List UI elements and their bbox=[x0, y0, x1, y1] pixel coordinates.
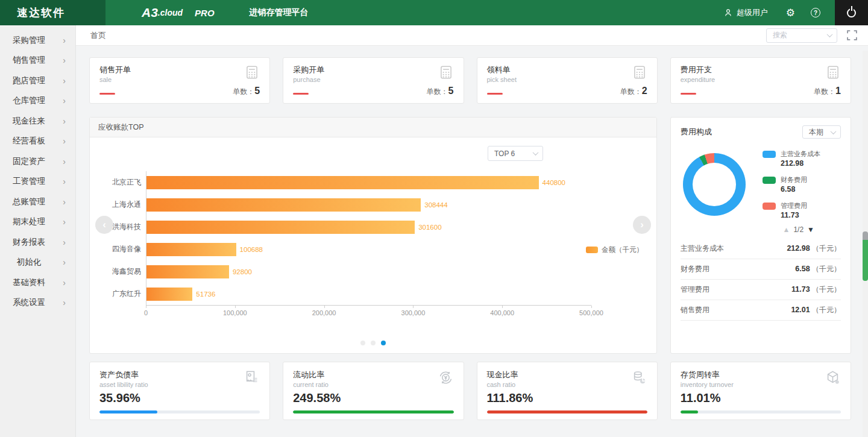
sidebar-item[interactable]: 现金往来› bbox=[0, 111, 75, 131]
sidebar-menu: 采购管理›销售管理›跑店管理›仓库管理›现金往来›经营看板›固定资产›工资管理›… bbox=[0, 25, 76, 437]
bar-category-label: 广东红升 bbox=[95, 289, 141, 299]
chevron-right-icon: › bbox=[63, 298, 66, 307]
period-select[interactable]: 本期 bbox=[802, 125, 841, 139]
legend-label: 金额（千元） bbox=[602, 245, 643, 254]
stat-title: 领料单 bbox=[487, 64, 517, 75]
legend-value: 6.58 bbox=[781, 185, 807, 193]
legend-swatch bbox=[763, 177, 776, 184]
sidebar-item[interactable]: 固定资产› bbox=[0, 151, 75, 172]
pager-down-icon[interactable]: ▼ bbox=[807, 225, 814, 234]
chevron-down-icon bbox=[533, 149, 539, 156]
sidebar-item[interactable]: 跑店管理› bbox=[0, 71, 75, 91]
bar-row: 广东红升51736 bbox=[146, 283, 591, 305]
carousel-dot[interactable] bbox=[360, 341, 365, 345]
expense-row: 主营业务成本212.98 （千元） bbox=[681, 239, 841, 259]
top-filter-value: TOP 6 bbox=[494, 149, 515, 158]
red-dash bbox=[681, 93, 696, 95]
legend-swatch bbox=[763, 151, 776, 158]
expense-unit: （千元） bbox=[810, 265, 841, 273]
expense-value: 212.98 bbox=[787, 244, 810, 253]
legend-value: 212.98 bbox=[781, 159, 820, 168]
sidebar-item[interactable]: 总账管理› bbox=[0, 192, 75, 212]
axis-tickmark bbox=[324, 306, 325, 308]
money-cycle-icon bbox=[438, 369, 454, 386]
pager-up-icon[interactable]: ▲ bbox=[783, 225, 790, 234]
ratio-card-row: 资产负债率 asset libility ratio 35.96% 流动比率 c… bbox=[89, 362, 851, 420]
calculator-icon bbox=[438, 64, 454, 80]
count-label: 单数： bbox=[620, 87, 642, 96]
calculator-icon bbox=[244, 64, 260, 80]
chevron-right-icon: › bbox=[63, 36, 66, 45]
bar bbox=[146, 221, 415, 234]
user-menu[interactable]: 超级用户 bbox=[723, 7, 768, 18]
stat-card-pick-sheet: 领料单 pick sheet 单数：2 bbox=[477, 57, 658, 104]
bar-value-label: 100688 bbox=[240, 246, 263, 253]
sidebar-item-label: 销售管理 bbox=[12, 55, 46, 66]
sidebar-item[interactable]: 销售管理› bbox=[0, 51, 75, 71]
stat-card-row: 销售开单 sale 单数：5 采购开单 purchase bbox=[89, 57, 851, 104]
expense-value: 6.58 bbox=[795, 265, 810, 273]
carousel-next-button[interactable]: › bbox=[633, 216, 651, 234]
search-placeholder: 搜索 bbox=[773, 30, 787, 40]
ratio-title: 资产负债率 bbox=[99, 369, 148, 380]
progress-fill bbox=[99, 410, 157, 413]
progress-track bbox=[293, 410, 453, 413]
legend-value: 11.73 bbox=[781, 211, 807, 219]
bar-value-label: 308444 bbox=[424, 201, 447, 209]
donut-chart bbox=[683, 153, 746, 216]
axis-tickmark bbox=[591, 306, 592, 308]
sidebar-item[interactable]: 系统设置› bbox=[0, 293, 75, 313]
sidebar-item[interactable]: 采购管理› bbox=[0, 30, 75, 51]
stat-card-sale: 销售开单 sale 单数：5 bbox=[89, 57, 270, 104]
panel-title: 应收账款TOP bbox=[90, 118, 656, 137]
settings-gear-icon[interactable]: ⚙ bbox=[786, 8, 795, 18]
progress-track bbox=[487, 410, 647, 413]
count-value: 5 bbox=[448, 86, 454, 96]
bar-row: 四海音像100688 bbox=[146, 238, 591, 260]
expense-unit: （千元） bbox=[810, 244, 841, 253]
ratio-value: 11.01% bbox=[681, 391, 841, 405]
progress-track bbox=[99, 410, 260, 413]
sidebar-item[interactable]: 基础资料› bbox=[0, 272, 75, 293]
breadcrumb-home[interactable]: 首页 bbox=[90, 30, 106, 41]
legend-pager: ▲ 1/2 ▼ bbox=[681, 225, 814, 234]
axis-tick-label: 200,000 bbox=[312, 309, 336, 316]
scrollbar-thumb[interactable] bbox=[863, 231, 868, 281]
sidebar-item[interactable]: 工资管理› bbox=[0, 172, 75, 192]
period-value: 本期 bbox=[809, 127, 823, 137]
sidebar-item[interactable]: 初始化› bbox=[0, 253, 75, 273]
logout-button[interactable] bbox=[835, 0, 868, 25]
fullscreen-icon[interactable] bbox=[847, 30, 857, 40]
sidebar-item[interactable]: 经营看板› bbox=[0, 131, 75, 152]
ratio-title: 流动比率 bbox=[293, 369, 329, 380]
progress-track bbox=[681, 410, 841, 413]
page-scrollbar[interactable] bbox=[863, 51, 868, 437]
user-name: 超级用户 bbox=[737, 7, 768, 18]
chevron-right-icon: › bbox=[63, 217, 66, 227]
sidebar-item-label: 跑店管理 bbox=[12, 75, 46, 86]
bar-category-label: 上海永通 bbox=[95, 200, 141, 210]
bar-row: 洪海科技301600 bbox=[146, 216, 591, 238]
bar bbox=[146, 288, 192, 301]
calculator-icon bbox=[632, 64, 647, 80]
chevron-right-icon: › bbox=[63, 76, 66, 86]
ratio-subtitle: current ratio bbox=[293, 381, 329, 388]
sidebar-item-label: 总账管理 bbox=[12, 196, 46, 207]
sidebar-item[interactable]: 财务报表› bbox=[0, 232, 75, 253]
carousel-dot[interactable] bbox=[371, 341, 376, 345]
carousel-dot[interactable] bbox=[381, 341, 386, 345]
bar-value-label: 440800 bbox=[542, 179, 565, 186]
sidebar-item[interactable]: 期末处理› bbox=[0, 212, 75, 233]
stat-title: 采购开单 bbox=[293, 64, 324, 75]
chevron-right-icon: › bbox=[63, 278, 66, 288]
top-filter-select[interactable]: TOP 6 bbox=[488, 146, 543, 161]
main-area: 首页 搜索 销售开单 sale bbox=[76, 25, 868, 437]
expense-value: 11.73 bbox=[791, 285, 810, 294]
sidebar-item-label: 采购管理 bbox=[12, 35, 46, 46]
help-icon[interactable]: ? bbox=[811, 8, 820, 17]
axis-tickmark bbox=[146, 306, 146, 308]
carousel-prev-button[interactable]: ‹ bbox=[95, 216, 113, 234]
search-select[interactable]: 搜索 bbox=[766, 28, 837, 43]
count-value: 2 bbox=[642, 86, 647, 96]
sidebar-item[interactable]: 仓库管理› bbox=[0, 91, 75, 112]
